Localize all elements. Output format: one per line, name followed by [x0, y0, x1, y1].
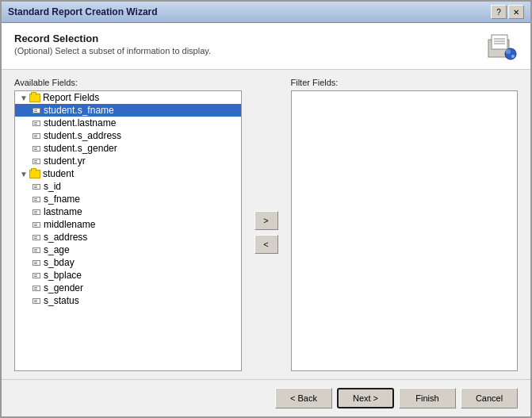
svg-point-7 — [511, 55, 515, 58]
tree-item-s-address[interactable]: s_address — [15, 231, 241, 244]
field-label-s-bplace: s_bplace — [44, 270, 82, 281]
field-label-student-saddress: student.s_address — [44, 130, 121, 141]
field-label-s-fname: s_fname — [44, 194, 80, 205]
tree-item-s-fname[interactable]: s_fname — [15, 193, 241, 205]
field-label-student-sfname: student.s_fname — [44, 105, 114, 116]
field-icon — [33, 209, 40, 215]
panels-row: Available Fields: ▼ Report Fields — [14, 78, 518, 371]
main-window: Standard Report Creation Wizard ? ✕ Reco… — [0, 0, 532, 418]
tree-item-student-sfname[interactable]: student.s_fname — [15, 104, 241, 117]
tree-item-s-id[interactable]: s_id — [15, 180, 241, 193]
field-label-s-age: s_age — [44, 244, 70, 255]
field-icon — [33, 298, 40, 304]
filter-fields-label: Filter Fields: — [291, 78, 519, 87]
right-panel: Filter Fields: — [291, 78, 519, 371]
next-button[interactable]: Next > — [337, 388, 394, 408]
group-label-student: student — [43, 168, 74, 179]
tree-group-report-fields[interactable]: ▼ Report Fields — [15, 91, 241, 104]
window-title: Standard Report Creation Wizard — [8, 6, 158, 17]
filter-fields-box[interactable] — [291, 90, 519, 371]
field-label-s-status: s_status — [44, 295, 79, 306]
tree-item-student-lastname[interactable]: student.lastname — [15, 117, 241, 129]
svg-point-6 — [506, 49, 511, 54]
help-button[interactable]: ? — [491, 5, 507, 19]
field-label-middlename: middlename — [44, 219, 95, 230]
tree-group-student[interactable]: ▼ student — [15, 167, 241, 180]
field-icon — [33, 159, 40, 164]
section-title: Record Selection — [14, 33, 211, 44]
back-button[interactable]: < Back — [275, 388, 332, 408]
tree-scroll[interactable]: ▼ Report Fields student.s_fname — [15, 91, 241, 370]
tree-item-s-status[interactable]: s_status — [15, 294, 241, 307]
finish-button[interactable]: Finish — [399, 388, 456, 408]
wizard-icon — [486, 33, 518, 61]
header-section: Record Selection (Optional) Select a sub… — [2, 23, 530, 70]
available-fields-label: Available Fields: — [14, 78, 242, 87]
svg-rect-1 — [492, 35, 507, 49]
field-label-s-address: s_address — [44, 232, 87, 243]
section-desc: (Optional) Select a subset of informatio… — [14, 46, 211, 56]
field-label-s-gender: s_gender — [44, 282, 83, 293]
field-label-lastname: lastname — [44, 206, 82, 217]
field-label-student-lastname: student.lastname — [44, 117, 116, 128]
content-area: Available Fields: ▼ Report Fields — [2, 70, 530, 379]
tree-item-s-gender[interactable]: s_gender — [15, 282, 241, 294]
field-label-s-bday: s_bday — [44, 257, 75, 268]
close-button[interactable]: ✕ — [508, 5, 524, 19]
middle-buttons: > < — [250, 78, 283, 371]
tree-item-student-saddress[interactable]: student.s_address — [15, 129, 241, 142]
field-icon — [33, 286, 40, 291]
field-icon — [33, 146, 40, 151]
field-icon — [33, 222, 40, 228]
cancel-button[interactable]: Cancel — [461, 388, 518, 408]
tree-item-s-bday[interactable]: s_bday — [15, 256, 241, 269]
field-icon — [33, 260, 40, 266]
remove-button[interactable]: < — [255, 235, 278, 254]
group-label-report-fields: Report Fields — [43, 92, 99, 103]
header-text: Record Selection (Optional) Select a sub… — [14, 33, 211, 56]
tree-item-middlename[interactable]: middlename — [15, 218, 241, 231]
group-icon-student — [29, 170, 40, 178]
tree-container[interactable]: ▼ Report Fields student.s_fname — [14, 90, 242, 371]
title-bar: Standard Report Creation Wizard ? ✕ — [2, 2, 530, 23]
add-button[interactable]: > — [255, 211, 278, 230]
field-label-student-yr: student.yr — [44, 155, 86, 167]
field-label-s-id: s_id — [44, 181, 61, 192]
footer: < Back Next > Finish Cancel — [2, 379, 530, 416]
field-icon — [33, 121, 40, 126]
tree-item-s-age[interactable]: s_age — [15, 244, 241, 256]
field-icon — [33, 184, 40, 190]
tree-item-lastname[interactable]: lastname — [15, 205, 241, 218]
group-icon-report-fields — [29, 94, 40, 102]
tree-item-s-bplace[interactable]: s_bplace — [15, 269, 241, 282]
field-icon — [33, 247, 40, 253]
title-bar-buttons: ? ✕ — [491, 5, 524, 19]
tree-item-student-sgender[interactable]: student.s_gender — [15, 142, 241, 155]
tree-item-student-yr[interactable]: student.yr — [15, 155, 241, 167]
field-icon — [33, 235, 40, 240]
field-icon — [33, 197, 40, 202]
field-icon — [33, 273, 40, 278]
field-label-student-sgender: student.s_gender — [44, 143, 117, 154]
field-icon — [33, 133, 40, 139]
field-icon — [33, 108, 40, 113]
left-panel: Available Fields: ▼ Report Fields — [14, 78, 242, 371]
